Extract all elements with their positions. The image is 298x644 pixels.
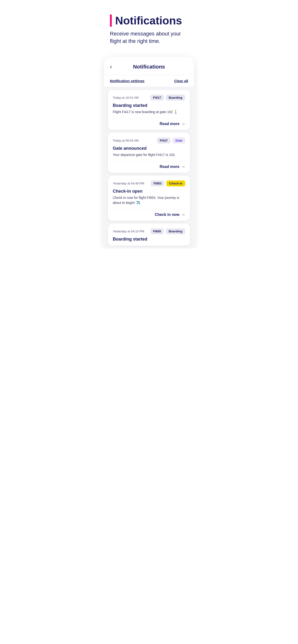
notif-title-2: Gate announced bbox=[113, 146, 185, 151]
notif-action-row-3: Check in now → bbox=[113, 209, 185, 217]
page-wrapper: Notifications Receive messages about you… bbox=[99, 0, 199, 248]
tag-flight-1: FI417 bbox=[150, 95, 164, 100]
app-header-title: Notifications bbox=[133, 64, 165, 70]
tag-flight-3: FI853 bbox=[151, 180, 164, 186]
notification-card-4: Yesterday at 04:15 PM FI665 Boarding Boa… bbox=[108, 224, 190, 246]
arrow-right-icon-3: → bbox=[181, 212, 185, 217]
read-more-button-2[interactable]: Read more → bbox=[160, 164, 185, 170]
page-title-row: Notifications bbox=[110, 14, 188, 27]
tag-boarding-1: Boarding bbox=[166, 95, 185, 100]
notif-tags-2: FI417 Gate bbox=[157, 138, 185, 144]
clear-all-button[interactable]: Clear all bbox=[174, 79, 188, 83]
tag-flight-4: FI665 bbox=[150, 228, 164, 234]
notif-body-2: Your departure gate for flight FI417 is … bbox=[113, 152, 185, 158]
notif-top-row-1: Today at 10:41 AM FI417 Boarding bbox=[113, 95, 185, 100]
page-header: Notifications Receive messages about you… bbox=[99, 0, 199, 52]
notif-action-row-2: Read more → bbox=[113, 161, 185, 170]
notif-body-1: Flight FI417 is now boarding at gate 102… bbox=[113, 110, 185, 114]
notif-top-row-4: Yesterday at 04:15 PM FI665 Boarding bbox=[113, 228, 185, 234]
pink-accent-bar bbox=[110, 14, 112, 27]
page-title: Notifications bbox=[115, 14, 182, 27]
notif-time-2: Today at 08:24 AM bbox=[113, 139, 139, 142]
notif-time-3: Yesterday at 04:49 PM bbox=[113, 182, 144, 185]
notification-toolbar: Notification settings Clear all bbox=[104, 75, 194, 87]
notification-card-2: Today at 08:24 AM FI417 Gate Gate announ… bbox=[108, 133, 190, 173]
tag-checkin-3: Check-in bbox=[166, 180, 185, 186]
notif-action-row-1: Read more → bbox=[113, 118, 185, 126]
phone-card: ‹ Notifications Notification settings Cl… bbox=[104, 57, 194, 248]
notif-tags-1: FI417 Boarding bbox=[150, 95, 185, 100]
notif-time-1: Today at 10:41 AM bbox=[113, 96, 139, 100]
tag-boarding-4: Boarding bbox=[166, 228, 185, 234]
read-more-button-1[interactable]: Read more → bbox=[160, 122, 185, 126]
checkin-now-button[interactable]: Check in now → bbox=[155, 212, 185, 217]
arrow-right-icon-1: → bbox=[181, 122, 185, 126]
notification-card-1: Today at 10:41 AM FI417 Boarding Boardin… bbox=[108, 90, 190, 130]
tag-flight-2: FI417 bbox=[157, 138, 171, 144]
arrow-right-icon-2: → bbox=[181, 164, 185, 170]
notif-body-3: Check in now for flight FI853. Your jour… bbox=[113, 195, 185, 205]
notif-title-4: Boarding started bbox=[113, 237, 185, 242]
notif-time-4: Yesterday at 04:15 PM bbox=[113, 230, 144, 233]
page-subtitle: Receive messages about your flight at th… bbox=[110, 30, 188, 45]
app-header: ‹ Notifications bbox=[104, 57, 194, 75]
notif-top-row-3: Yesterday at 04:49 PM FI853 Check-in bbox=[113, 180, 185, 186]
notification-settings-link[interactable]: Notification settings bbox=[110, 79, 144, 83]
notif-title-1: Boarding started bbox=[113, 103, 185, 108]
notif-title-3: Check-in open bbox=[113, 189, 185, 194]
notification-card-3: Yesterday at 04:49 PM FI853 Check-in Che… bbox=[108, 176, 190, 221]
notif-tags-3: FI853 Check-in bbox=[151, 180, 185, 186]
notifications-list: Today at 10:41 AM FI417 Boarding Boardin… bbox=[104, 87, 194, 248]
back-button[interactable]: ‹ bbox=[110, 63, 112, 70]
tag-gate-2: Gate bbox=[173, 138, 185, 144]
notif-top-row-2: Today at 08:24 AM FI417 Gate bbox=[113, 138, 185, 144]
notif-tags-4: FI665 Boarding bbox=[150, 228, 185, 234]
